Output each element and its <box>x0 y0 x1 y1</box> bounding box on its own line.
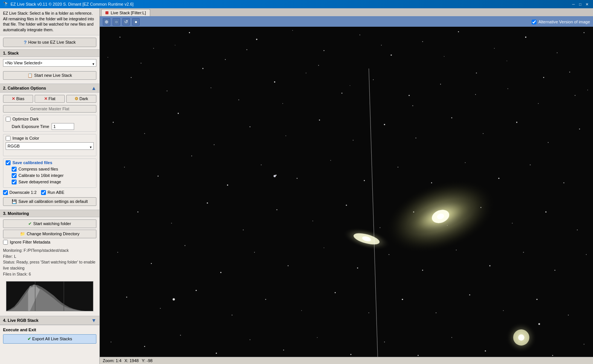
export-all-button[interactable]: ✔ Export All Live Stacks <box>3 334 96 344</box>
svg-point-99 <box>301 310 302 311</box>
svg-point-128 <box>538 323 540 325</box>
optimize-dark-checkbox[interactable] <box>6 117 11 122</box>
help-icon: ? <box>24 40 27 45</box>
dark-button[interactable]: ⚙ Dark <box>66 95 96 103</box>
title-bar: 🔭 EZ Live Stack v0.11 © 2020 S. Dimant [… <box>0 0 593 8</box>
minimize-button[interactable]: ─ <box>570 1 576 7</box>
color-mode-dropdown-wrapper[interactable]: RGGB BGGR GRBG GBRG <box>6 142 94 152</box>
start-watching-button[interactable]: ✔ Start watching folder <box>3 219 96 228</box>
toolbar-zoom-in-button[interactable]: ⊕ <box>103 18 110 26</box>
run-abe-label[interactable]: Run ABE <box>47 190 64 195</box>
maximize-button[interactable]: □ <box>577 1 583 7</box>
save-calibrated-label[interactable]: Save calibrated files <box>12 160 52 165</box>
status-bar: Zoom: 1:4 X: 1948 Y: -98 <box>100 357 593 364</box>
svg-point-111 <box>216 353 217 354</box>
svg-point-25 <box>238 99 239 100</box>
svg-point-70 <box>313 221 313 221</box>
section4-header: 4. Live RGB Stack ▼ <box>0 316 99 325</box>
svg-point-17 <box>458 31 459 32</box>
optimize-dark-row: Optimize Dark <box>6 117 94 122</box>
svg-point-113 <box>283 350 284 350</box>
close-button[interactable]: ✕ <box>584 1 590 7</box>
compress-checkbox[interactable] <box>12 167 17 172</box>
svg-point-22 <box>131 77 131 78</box>
stack-select[interactable]: <No View Selected> <box>3 59 96 67</box>
alt-version-checkbox[interactable] <box>532 20 537 24</box>
image-container <box>100 27 593 357</box>
toolbar-rotate-button[interactable]: ↺ <box>122 18 130 26</box>
svg-point-54 <box>227 184 228 186</box>
section2-collapse-button[interactable]: ▲ <box>91 85 96 91</box>
bias-button[interactable]: ✕ Bias <box>3 95 33 103</box>
section4-collapse-button[interactable]: ▼ <box>91 317 96 323</box>
color-mode-group: Image is Color RGGB BGGR GRBG GBRG <box>3 134 96 156</box>
calibrate16-checkbox[interactable] <box>12 173 17 178</box>
svg-point-12 <box>292 30 293 31</box>
svg-point-29 <box>373 79 374 80</box>
svg-point-19 <box>525 37 526 38</box>
optimize-dark-label[interactable]: Optimize Dark <box>12 117 39 121</box>
svg-point-92 <box>555 270 555 271</box>
svg-point-67 <box>207 203 208 204</box>
dark-exposure-input[interactable] <box>52 123 74 130</box>
generate-master-flat-button[interactable]: Generate Master Flat <box>3 105 96 113</box>
downscale-checkbox[interactable] <box>3 190 8 195</box>
flat-button[interactable]: ✕ Flat <box>35 95 65 103</box>
ignore-filter-label[interactable]: Ignore Filter Metadata <box>10 240 50 244</box>
downscale-label[interactable]: Downscale 1:2 <box>9 190 37 195</box>
section3-header: 3. Monitoring <box>0 210 99 217</box>
svg-point-102 <box>402 299 403 300</box>
bottom-galaxy <box>506 322 537 353</box>
image-color-checkbox[interactable] <box>6 136 11 141</box>
svg-point-11 <box>256 39 258 40</box>
save-default-button[interactable]: 💾 Save all calibration settings as defau… <box>3 197 96 206</box>
svg-point-139 <box>108 57 108 58</box>
svg-point-154 <box>587 90 588 90</box>
start-new-live-stack-button[interactable]: 📋 Start new Live Stack <box>3 71 96 80</box>
ignore-filter-checkbox[interactable] <box>3 240 8 245</box>
astronomy-image <box>100 27 593 357</box>
save-debayered-checkbox[interactable] <box>12 180 17 184</box>
toolbar-reset-button[interactable]: ○ <box>113 18 120 26</box>
toolbar-settings-button[interactable]: ● <box>132 18 140 26</box>
svg-point-9 <box>189 32 190 33</box>
tab-bar: Live Stack [Filter:L] <box>100 8 593 17</box>
svg-point-105 <box>503 310 504 311</box>
svg-point-56 <box>297 178 297 179</box>
svg-point-8 <box>153 48 154 49</box>
section1-header: 1. Stack <box>0 49 99 57</box>
svg-point-97 <box>232 315 232 315</box>
section3-content: ✔ Start watching folder 📁 Change Monitor… <box>0 217 99 316</box>
svg-point-46 <box>451 117 453 119</box>
alt-version-label[interactable]: Alternative Version of image <box>538 20 590 24</box>
svg-point-79 <box>117 252 118 253</box>
help-description: EZ Live Stack: Select a file in a folder… <box>0 8 99 35</box>
svg-point-28 <box>341 93 343 94</box>
svg-point-84 <box>288 265 288 266</box>
svg-point-14 <box>360 35 360 35</box>
live-stack-tab[interactable]: Live Stack [Filter:L] <box>101 9 150 16</box>
svg-point-72 <box>380 227 380 228</box>
compress-label[interactable]: Compress saved files <box>18 167 58 171</box>
svg-point-55 <box>261 164 262 165</box>
stack-dropdown-wrapper[interactable]: <No View Selected> <box>3 59 96 69</box>
title-text: EZ Live Stack v0.11 © 2020 S. Dimant [EZ… <box>11 2 134 6</box>
svg-point-65 <box>137 212 139 213</box>
svg-point-36 <box>113 122 114 123</box>
svg-point-37 <box>144 133 145 134</box>
section2-content: ✕ Bias ✕ Flat ⚙ Dark Generate Master Fla… <box>0 93 99 210</box>
save-debayered-label[interactable]: Save debayered image <box>18 180 61 184</box>
how-to-use-button[interactable]: ? How to use EZ Live Stack <box>3 38 96 47</box>
svg-point-44 <box>384 124 385 125</box>
svg-point-118 <box>451 337 452 338</box>
run-abe-checkbox[interactable] <box>41 190 46 195</box>
svg-point-94 <box>126 297 127 298</box>
image-color-label[interactable]: Image is Color <box>12 136 39 140</box>
change-monitoring-directory-button[interactable]: 📁 Change Monitoring Directory <box>3 230 96 238</box>
color-mode-select[interactable]: RGGB BGGR GRBG GBRG <box>6 142 94 150</box>
save-calibrated-checkbox[interactable] <box>6 160 11 165</box>
svg-point-7 <box>119 37 120 37</box>
svg-point-122 <box>584 344 584 344</box>
export-check-icon: ✔ <box>27 337 31 341</box>
calibrate16-label[interactable]: Calibrate to 16bit integer <box>18 173 64 178</box>
